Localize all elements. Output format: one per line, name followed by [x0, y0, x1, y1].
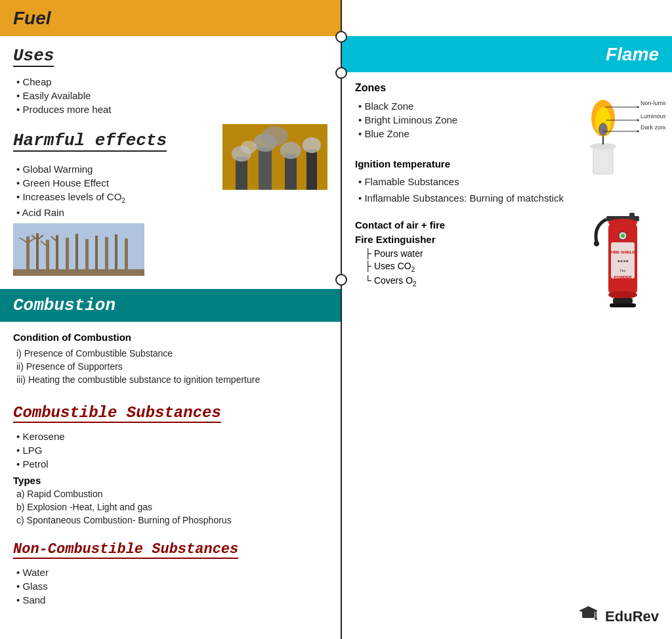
candle-svg: Non-luminous zone Luminous zone Dark zon… — [554, 76, 665, 181]
svg-point-10 — [262, 126, 288, 146]
svg-marker-61 — [579, 606, 598, 614]
combustible-title: Combustible Substances — [13, 404, 221, 423]
extinguisher-image: FIRE SHIELD ■ ■ ■ ■ Fire POWDER — [583, 213, 662, 324]
svg-text:Luminous zone: Luminous zone — [640, 113, 665, 120]
uses-item-1: • Cheap — [13, 76, 327, 87]
svg-text:■ ■ ■ ■: ■ ■ ■ ■ — [618, 259, 628, 263]
uses-item-3: • Produces more heat — [13, 104, 327, 115]
svg-rect-1 — [236, 157, 247, 190]
flame-illustration: Non-luminous zone Luminous zone Dark zon… — [554, 76, 665, 181]
svg-point-59 — [621, 234, 625, 238]
circle-connector-middle — [335, 67, 347, 79]
uses-section: Uses • Cheap • Easily Available • Produc… — [0, 36, 341, 124]
svg-text:Non-luminous zone: Non-luminous zone — [640, 100, 665, 106]
svg-point-8 — [303, 137, 321, 153]
svg-text:Dark zone: Dark zone — [640, 124, 665, 131]
edurev-logo — [577, 604, 600, 629]
flame-title: Flame — [606, 44, 659, 65]
type-item-3: c) Spontaneous Combustion- Burning of Ph… — [13, 515, 327, 525]
harmful-item-3: • Increases levels of CO2 — [13, 191, 327, 204]
ignition-item-2: • Inflamable Substances: Burning of matc… — [355, 192, 659, 204]
svg-rect-3 — [285, 154, 297, 190]
svg-rect-2 — [259, 147, 272, 190]
svg-marker-43 — [637, 119, 639, 121]
combustion-title: Combustion — [13, 296, 116, 315]
condition-item-3: iii) Heating the combustible substance t… — [13, 374, 327, 385]
svg-rect-4 — [306, 149, 317, 190]
combustible-item-3: • Petrol — [13, 458, 327, 470]
circle-connector-bottom — [335, 274, 347, 286]
flame-header: Flame — [342, 36, 672, 72]
non-combustible-section: Non-Combustible Substances • Water • Gla… — [0, 535, 341, 615]
non-combustible-title: Non-Combustible Substances — [13, 541, 238, 559]
condition-title: Condition of Combustion — [13, 332, 327, 343]
svg-point-9 — [241, 141, 257, 154]
non-combustible-item-3: • Sand — [13, 594, 327, 606]
svg-point-49 — [608, 219, 637, 227]
combustion-section: Condition of Combustion i) Presence of C… — [0, 322, 341, 397]
fuel-header: Fuel — [0, 0, 341, 36]
forest-svg — [13, 223, 144, 276]
uses-title: Uses — [13, 46, 54, 67]
combustion-header: Combustion — [0, 289, 341, 322]
svg-point-7 — [280, 142, 301, 159]
forest-image — [13, 223, 144, 276]
smoke-svg — [222, 124, 327, 190]
center-divider — [341, 0, 342, 639]
zones-section: Zones • Black Zone • Bright Liminous Zon… — [342, 72, 672, 152]
extinguisher-svg: FIRE SHIELD ■ ■ ■ ■ Fire POWDER — [583, 213, 662, 324]
condition-item-1: i) Presence of Combustible Substance — [13, 348, 327, 359]
svg-text:Fire: Fire — [620, 269, 626, 273]
svg-point-35 — [598, 123, 608, 136]
harmful-item-4: • Acid Rain — [13, 207, 327, 218]
svg-text:POWDER: POWDER — [614, 275, 633, 279]
svg-point-47 — [594, 241, 599, 246]
svg-text:FIRE SHIELD: FIRE SHIELD — [610, 250, 635, 254]
svg-rect-57 — [610, 303, 636, 307]
uses-item-2: • Easily Available — [13, 90, 327, 101]
svg-marker-44 — [637, 130, 639, 133]
combustible-item-1: • Kerosene — [13, 431, 327, 442]
edurev-logo-svg — [577, 604, 600, 627]
svg-rect-56 — [613, 298, 633, 303]
edurev-brand: EduRev — [605, 608, 659, 625]
harmful-title: Harmful effects — [13, 131, 167, 152]
svg-rect-29 — [13, 269, 144, 276]
circle-connector-top — [335, 31, 347, 43]
condition-item-2: ii) Presence of Supporters — [13, 361, 327, 372]
right-column: Flame Zones • Black Zone • Bright Limino… — [342, 0, 672, 296]
non-combustible-item-2: • Glass — [13, 581, 327, 592]
left-column: Fuel Uses • Cheap • Easily Available • P… — [0, 0, 341, 615]
types-title: Types — [13, 475, 327, 486]
svg-point-50 — [608, 291, 637, 299]
combustible-section: Combustible Substances • Kerosene • LPG … — [0, 397, 341, 535]
non-combustible-item-1: • Water — [13, 567, 327, 578]
fuel-title: Fuel — [13, 8, 51, 29]
type-item-1: a) Rapid Combustion — [13, 489, 327, 499]
type-item-2: b) Explosion -Heat, Light and gas — [13, 502, 327, 512]
svg-marker-42 — [637, 106, 639, 108]
edurev-footer: EduRev — [577, 604, 659, 629]
smoke-image — [222, 124, 327, 190]
harmful-section: Harmful effects • Global Warming — [0, 124, 341, 282]
contact-section: Contact of air + fire Fire Extinguisher … — [342, 213, 672, 296]
svg-point-63 — [595, 617, 597, 620]
combustible-item-2: • LPG — [13, 445, 327, 456]
